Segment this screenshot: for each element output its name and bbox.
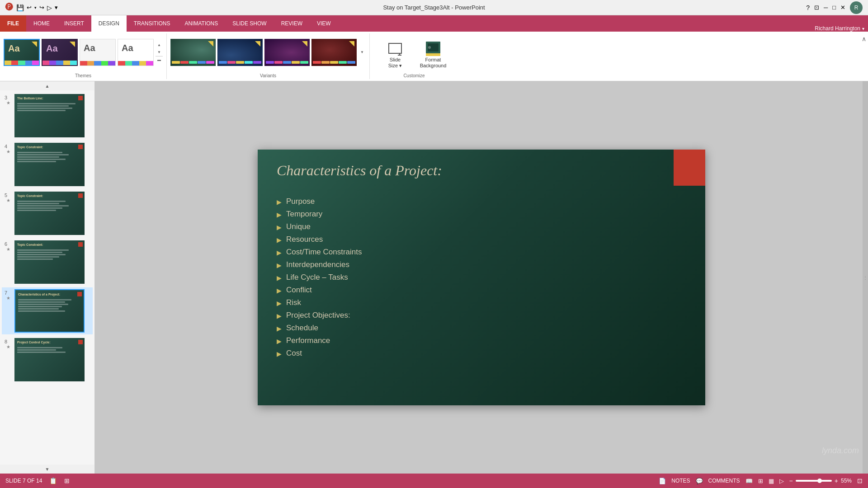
slide-item-5[interactable]: 5 ★ Topic Constraint: xyxy=(2,190,93,237)
tab-transitions[interactable]: TRANSITIONS xyxy=(127,15,178,32)
theme-scroll-up[interactable]: ▲ xyxy=(156,42,163,49)
user-avatar[interactable]: R xyxy=(850,1,863,14)
slide-thumb-6[interactable]: Topic Constraint: xyxy=(14,240,85,284)
slide-scroll-up-button[interactable]: ▲ xyxy=(0,81,94,90)
themes-section: Aa Aa xyxy=(0,33,167,79)
theme-more[interactable]: ▬ xyxy=(156,56,163,64)
app-icon: 🅟 xyxy=(5,3,14,12)
right-resize-handle[interactable]: ⋮ xyxy=(863,81,868,474)
restore-icon[interactable]: ⊡ xyxy=(814,4,819,11)
zoom-out-icon[interactable]: − xyxy=(789,477,793,484)
svg-point-5 xyxy=(428,46,431,49)
theme-2-label: Aa xyxy=(46,43,58,54)
themes-label: Themes xyxy=(75,73,91,79)
theme-2[interactable]: Aa xyxy=(42,39,78,66)
notes-icon[interactable]: 📄 xyxy=(659,478,666,484)
slide-thumb-4[interactable]: Topic Constraint: xyxy=(14,143,85,186)
slide-red-block xyxy=(674,150,705,186)
tab-animations[interactable]: ANIMATIONS xyxy=(177,15,225,32)
bullet-text-performance: Performance xyxy=(286,336,330,345)
variant-corner-3 xyxy=(302,41,307,47)
zoom-slider[interactable] xyxy=(796,480,832,482)
theme-3-label: Aa xyxy=(84,43,95,53)
zoom-in-icon[interactable]: + xyxy=(835,477,838,484)
slide-thumb-7[interactable]: Characteristics of a Project: xyxy=(14,289,85,333)
slide-thumb-5[interactable]: Topic Constraint: xyxy=(14,192,85,235)
format-background-button[interactable]: FormatBackground xyxy=(415,39,451,70)
presenter-view-icon[interactable]: ▷ xyxy=(779,478,784,484)
variant-3[interactable] xyxy=(264,39,310,66)
slide-size-label: SlideSize ▾ xyxy=(388,57,402,69)
bullet-interdependencies: ▶ Interdependencies xyxy=(277,260,669,269)
bullet-arrow-objectives: ▶ xyxy=(277,312,282,319)
redo-icon[interactable]: ↪ xyxy=(39,4,44,11)
bullet-text-unique: Unique xyxy=(286,222,311,231)
bullet-arrow-performance: ▶ xyxy=(277,338,282,345)
bullet-arrow-unique: ▶ xyxy=(277,224,282,231)
variant-scroll-down[interactable]: ▼ xyxy=(359,49,366,56)
slide-item-8[interactable]: 8 ★ Project Control Cycle: xyxy=(2,336,93,383)
slide-item-3[interactable]: 3 ★ The Bottom Line: xyxy=(2,92,93,139)
svg-rect-0 xyxy=(389,43,401,53)
help-icon[interactable]: ? xyxy=(806,4,810,11)
bullet-cost: ▶ Cost xyxy=(277,349,669,358)
tab-review[interactable]: REVIEW xyxy=(274,15,310,32)
fit-page-icon[interactable]: ⊡ xyxy=(857,477,863,484)
slide-title[interactable]: Characteristics of a Project: xyxy=(277,162,442,179)
present-icon[interactable]: ▷ xyxy=(47,4,52,11)
tab-file[interactable]: FILE xyxy=(0,15,26,32)
ribbon-collapse[interactable]: ∧ xyxy=(860,33,868,79)
bullet-objectives: ▶ Project Objectives: xyxy=(277,311,669,320)
tab-home[interactable]: HOME xyxy=(26,15,57,32)
slide-canvas: Characteristics of a Project: ▶ Purpose … xyxy=(258,150,705,405)
zoom-level[interactable]: 55% xyxy=(841,478,852,484)
theme-1[interactable]: Aa xyxy=(4,39,40,66)
slide-content: ▶ Purpose ▶ Temporary ▶ Unique ▶ Resourc… xyxy=(277,197,669,361)
variant-1[interactable] xyxy=(170,39,216,66)
variant-4[interactable] xyxy=(311,39,357,66)
canvas-area[interactable]: Characteristics of a Project: ▶ Purpose … xyxy=(95,81,868,474)
close-icon[interactable]: ✕ xyxy=(840,4,845,11)
zoom-area: − + 55% xyxy=(789,477,852,484)
slide-star-3: ★ xyxy=(6,100,10,105)
bullet-text-conflict: Conflict xyxy=(286,286,312,295)
slide-sorter-icon[interactable]: ▦ xyxy=(769,478,774,484)
save-icon[interactable]: 💾 xyxy=(16,4,24,11)
undo-icon[interactable]: ↩ xyxy=(27,4,32,11)
slide-star-8: ★ xyxy=(6,344,10,349)
bullet-arrow-lifecycle: ▶ xyxy=(277,274,282,282)
tab-view[interactable]: VIEW xyxy=(310,15,338,32)
tab-insert[interactable]: INSERT xyxy=(57,15,91,32)
theme-4[interactable]: Aa xyxy=(118,39,154,66)
bullet-text-purpose: Purpose xyxy=(286,197,315,206)
bullet-text-cost-time: Cost/Time Constraints xyxy=(286,248,362,257)
theme-3[interactable]: Aa xyxy=(80,39,116,66)
slide-scroll-down-button[interactable]: ▼ xyxy=(0,465,94,474)
undo-dropdown-icon[interactable]: ▾ xyxy=(34,5,37,10)
bullet-arrow-interdependencies: ▶ xyxy=(277,262,282,269)
reading-view-icon[interactable]: 📖 xyxy=(745,478,753,484)
grid-view-icon[interactable]: ⊞ xyxy=(758,478,763,484)
comments-label[interactable]: COMMENTS xyxy=(708,478,740,484)
tab-design[interactable]: DESIGN xyxy=(91,15,127,32)
slide-item-4[interactable]: 4 ★ Topic Constraint: xyxy=(2,141,93,188)
bullet-purpose: ▶ Purpose xyxy=(277,197,669,206)
minimize-icon[interactable]: ─ xyxy=(824,4,828,11)
more-icon[interactable]: ▾ xyxy=(55,4,58,11)
slide-star-6: ★ xyxy=(6,247,10,252)
slide-thumb-3[interactable]: The Bottom Line: xyxy=(14,94,85,137)
slide-item-6[interactable]: 6 ★ Topic Constraint: xyxy=(2,239,93,286)
maximize-icon[interactable]: □ xyxy=(832,4,836,11)
variant-2[interactable] xyxy=(217,39,263,66)
slide-item-7[interactable]: 7 ★ Characteristics of a Project: xyxy=(2,287,93,334)
comments-icon[interactable]: 💬 xyxy=(696,478,703,484)
theme-scroll-down[interactable]: ▼ xyxy=(156,49,163,56)
slide-list: 3 ★ The Bottom Line: xyxy=(0,90,94,465)
main-area: ▲ 3 ★ The Bottom Line: xyxy=(0,81,868,474)
tab-slideshow[interactable]: SLIDE SHOW xyxy=(225,15,274,32)
slide-size-button[interactable]: SlideSize ▾ xyxy=(377,39,413,70)
theme-4-label: Aa xyxy=(122,43,133,53)
notes-label[interactable]: NOTES xyxy=(671,478,690,484)
slide-thumb-8[interactable]: Project Control Cycle: xyxy=(14,338,85,381)
zoom-handle[interactable] xyxy=(817,479,822,483)
